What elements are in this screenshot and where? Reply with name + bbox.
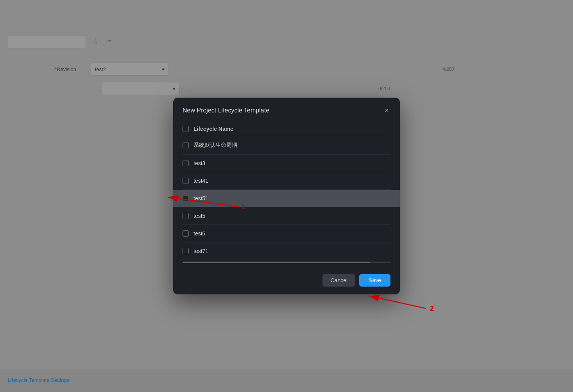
list-item[interactable]: test5 bbox=[183, 207, 390, 225]
modal-dialog: New Project Lifecycle Template × Lifecyc… bbox=[173, 98, 400, 294]
list-item[interactable]: 系统默认生命周期 bbox=[183, 136, 390, 155]
save-button[interactable]: Save bbox=[359, 274, 390, 287]
list-item[interactable]: test6 bbox=[183, 225, 390, 242]
select-all-checkbox[interactable] bbox=[183, 126, 189, 132]
column-header: Lifecycle Name bbox=[193, 126, 233, 132]
item-label-test71: test71 bbox=[193, 248, 208, 254]
modal-footer: Cancel Save bbox=[173, 269, 400, 294]
item-checkbox-test3[interactable] bbox=[183, 160, 189, 166]
list-item[interactable]: test3 bbox=[183, 155, 390, 172]
close-button[interactable]: × bbox=[383, 105, 390, 116]
modal-overlay: New Project Lifecycle Template × Lifecyc… bbox=[0, 0, 573, 392]
item-checkbox-test6[interactable] bbox=[183, 230, 189, 237]
scrollbar[interactable] bbox=[183, 262, 390, 263]
item-label-test41: test41 bbox=[193, 178, 208, 184]
item-label-test3: test3 bbox=[193, 160, 205, 166]
item-checkbox-test51[interactable] bbox=[183, 195, 189, 201]
item-checkbox-test71[interactable] bbox=[183, 248, 189, 254]
cancel-button[interactable]: Cancel bbox=[322, 274, 355, 287]
list-header-row: Lifecycle Name bbox=[183, 122, 390, 136]
item-checkbox-test41[interactable] bbox=[183, 178, 189, 184]
modal-title: New Project Lifecycle Template bbox=[183, 107, 269, 114]
list-item[interactable]: test71 bbox=[183, 242, 390, 260]
list-item-selected[interactable]: test51 bbox=[173, 190, 400, 207]
item-checkbox-test5[interactable] bbox=[183, 213, 189, 219]
list-item[interactable]: test41 bbox=[183, 172, 390, 190]
item-label-system: 系统默认生命周期 bbox=[193, 142, 237, 149]
item-label-test6: test6 bbox=[193, 230, 205, 237]
item-label-test5: test5 bbox=[193, 213, 205, 219]
modal-list: Lifecycle Name 系统默认生命周期 test3 test41 tes… bbox=[173, 122, 400, 260]
item-label-test51: test51 bbox=[193, 195, 208, 201]
item-checkbox-system[interactable] bbox=[183, 142, 189, 148]
scrollbar-thumb bbox=[183, 262, 370, 263]
modal-header: New Project Lifecycle Template × bbox=[173, 98, 400, 122]
